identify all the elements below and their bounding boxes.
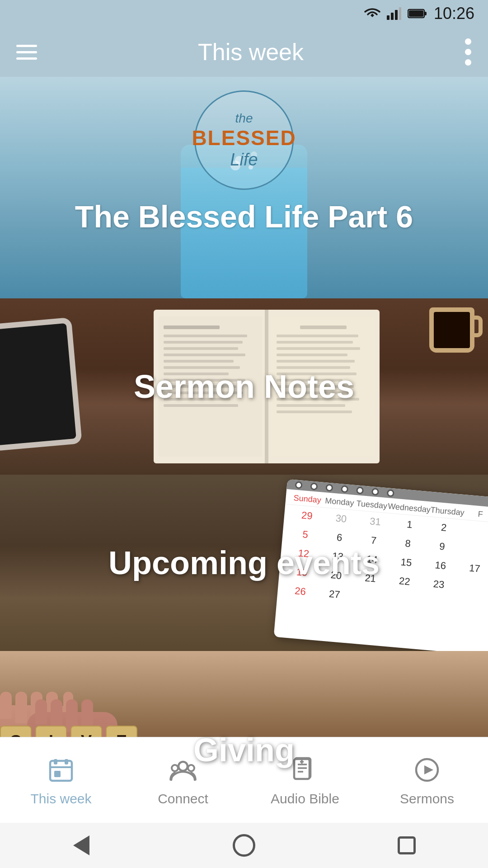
this-week-icon: [45, 754, 77, 786]
upcoming-events-title: Upcoming events: [108, 544, 380, 581]
wifi-icon: [364, 7, 380, 20]
page-title: This week: [198, 38, 304, 66]
nav-bar: This week: [0, 27, 488, 77]
nav-item-this-week[interactable]: This week: [0, 754, 122, 807]
nav-label-sermons: Sermons: [400, 791, 454, 807]
svg-point-9: [465, 59, 471, 66]
sermon-notes-title: Sermon Notes: [134, 368, 354, 405]
status-time: 10:26: [434, 4, 474, 23]
battery-icon: [408, 8, 427, 19]
svg-rect-2: [395, 10, 398, 20]
svg-rect-11: [54, 759, 57, 764]
svg-rect-0: [387, 15, 389, 20]
svg-rect-6: [409, 10, 423, 17]
nav-label-connect: Connect: [158, 791, 208, 807]
status-bar: 10:26: [0, 0, 488, 27]
hero-section[interactable]: the BLESSED Life The Blessed Life Part 6: [0, 77, 488, 298]
upcoming-events-card[interactable]: Sunday Monday Tuesday Wednesday Thursday…: [0, 475, 488, 651]
svg-point-7: [465, 38, 471, 45]
more-icon[interactable]: [465, 38, 472, 66]
svg-rect-12: [65, 759, 68, 764]
nav-label-this-week: This week: [30, 791, 91, 807]
svg-rect-3: [399, 7, 401, 20]
nav-label-audio-bible: Audio Bible: [271, 791, 339, 807]
sermon-notes-card[interactable]: Sermon Notes: [0, 298, 488, 475]
back-button[interactable]: [68, 832, 95, 859]
svg-point-8: [465, 49, 471, 55]
logo-circle: the BLESSED Life: [194, 90, 294, 190]
logo-container: the BLESSED Life: [194, 90, 294, 190]
hamburger-icon[interactable]: [16, 45, 37, 60]
signal-icon: [387, 7, 401, 20]
home-button[interactable]: [230, 832, 258, 859]
logo-blessed: BLESSED: [192, 126, 296, 150]
nav-item-sermons[interactable]: Sermons: [366, 754, 488, 807]
status-icons: 10:26: [364, 4, 474, 23]
svg-point-16: [172, 765, 178, 771]
svg-rect-1: [391, 13, 394, 20]
svg-rect-14: [54, 771, 61, 777]
giving-title: Giving: [193, 731, 295, 769]
hero-title: The Blessed Life Part 6: [57, 199, 431, 234]
svg-rect-5: [424, 12, 427, 15]
logo-life: Life: [230, 150, 258, 170]
system-nav-bar: [0, 823, 488, 868]
tablet-visual: [0, 317, 82, 451]
svg-point-15: [178, 762, 188, 771]
sermons-icon: [411, 754, 443, 786]
coffee-mug: [429, 307, 483, 362]
logo-the: the: [235, 111, 253, 126]
main-content: the BLESSED Life The Blessed Life Part 6: [0, 77, 488, 782]
svg-rect-10: [50, 761, 72, 781]
recents-button[interactable]: [393, 832, 420, 859]
svg-marker-29: [424, 765, 433, 774]
